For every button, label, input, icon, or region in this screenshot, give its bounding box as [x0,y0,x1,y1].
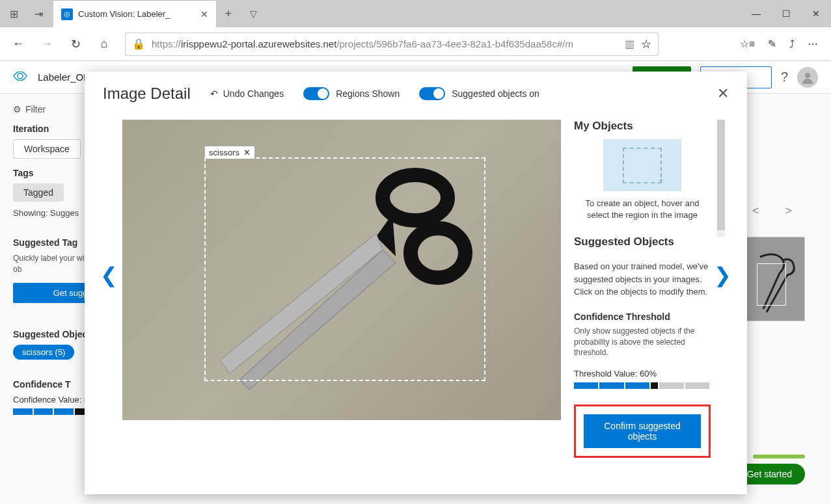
thumbnail-area [746,237,805,321]
confidence-threshold-desc: Only show suggested objects if the proba… [574,326,711,358]
suggested-objects-toggle[interactable] [419,87,445,100]
page-nav-arrows: < > [752,204,792,218]
modal-body: ❮ ❯ scissors ✕ My Objects [103,120,729,464]
back-button[interactable]: ← [5,31,31,57]
forward-button[interactable]: → [34,31,60,57]
remove-tag-icon[interactable]: ✕ [243,148,251,157]
browser-title-row: ⊞ ⇥ ◎ Custom Vision: Labeler_ ✕ + ▽ — ☐ … [0,0,831,27]
detection-region-box[interactable] [204,157,485,381]
prev-page-arrow[interactable]: < [752,204,759,218]
modal-side-panel: My Objects To create an object, hover an… [574,120,717,464]
reading-view-icon[interactable]: ▥ [625,38,634,50]
favorite-icon[interactable]: ☆ [641,37,651,51]
tagged-filter[interactable]: Tagged [13,183,64,202]
tab-dropdown-icon[interactable]: ▽ [241,8,266,19]
lock-icon: 🔒 [132,38,145,50]
create-object-placeholder[interactable] [603,139,681,191]
share-icon[interactable]: ⤴ [789,38,795,50]
url-text: https://irisppewu2-portal.azurewebsites.… [152,38,618,49]
address-bar-row: ← → ↻ ⌂ 🔒 https://irisppewu2-portal.azur… [0,27,831,61]
suggested-objects-panel-heading: Suggested Objects [574,235,711,248]
browser-chrome: ⊞ ⇥ ◎ Custom Vision: Labeler_ ✕ + ▽ — ☐ … [0,0,831,61]
undo-icon: ↶ [210,88,218,99]
tab-title: Custom Vision: Labeler_ [78,9,195,19]
image-thumbnail[interactable] [746,237,805,321]
confidence-threshold-panel-heading: Confidence Threshold [574,312,711,322]
tab-actions-icon[interactable]: ⊞ [1,0,26,27]
suggested-objects-toggle-row: Suggested objects on [419,87,539,100]
threshold-value-label: Threshold Value: 60% [574,369,711,378]
tab-favicon: ◎ [61,8,73,20]
user-avatar[interactable] [797,67,818,88]
new-tab-button[interactable]: + [216,7,241,21]
help-icon[interactable]: ? [781,70,788,85]
suggested-objects-desc: Based on your trained model, we've sugge… [574,260,711,298]
favorites-hub-icon[interactable]: ☆≡ [740,38,755,50]
image-detail-modal: Image Detail ↶ Undo Changes Regions Show… [85,72,747,494]
minimize-button[interactable]: — [741,0,771,27]
progress-bar [753,455,805,458]
address-bar[interactable]: 🔒 https://irisppewu2-portal.azurewebsite… [125,33,659,56]
tab-aside-icon[interactable]: ⇥ [26,0,51,27]
home-button[interactable]: ⌂ [91,31,117,57]
refresh-button[interactable]: ↻ [62,31,89,57]
notes-icon[interactable]: ✎ [768,38,776,50]
my-objects-hint: To create an object, hover and select th… [574,198,711,221]
confirm-suggested-objects-button[interactable]: Confirm suggested objects [584,414,701,448]
modal-header: Image Detail ↶ Undo Changes Regions Show… [103,85,729,103]
vision-icon [13,72,27,83]
maximize-button[interactable]: ☐ [771,0,801,27]
modal-title: Image Detail [103,85,191,103]
more-icon[interactable]: ⋯ [808,38,818,50]
undo-changes-button[interactable]: ↶ Undo Changes [210,88,284,99]
regions-shown-toggle[interactable] [303,87,329,100]
confirm-highlight-box: Confirm suggested objects [574,405,711,458]
modal-close-button[interactable]: ✕ [717,85,729,102]
prev-image-arrow[interactable]: ❮ [100,263,118,287]
tab-close-icon[interactable]: ✕ [200,9,208,20]
scrollbar-thumb[interactable] [717,120,725,230]
image-canvas[interactable]: scissors ✕ [122,120,561,420]
filter-icon: ⚙ [13,104,21,114]
next-page-arrow[interactable]: > [785,204,792,218]
scissors-tag-chip[interactable]: scissors (5) [13,345,74,360]
my-objects-heading: My Objects [574,120,711,133]
threshold-slider[interactable] [574,382,711,389]
regions-shown-toggle-row: Regions Shown [303,87,400,100]
browser-tab[interactable]: ◎ Custom Vision: Labeler_ ✕ [53,0,216,27]
svg-point-0 [805,73,810,78]
workspace-dropdown[interactable]: Workspace [13,139,81,159]
close-window-button[interactable]: ✕ [801,0,831,27]
